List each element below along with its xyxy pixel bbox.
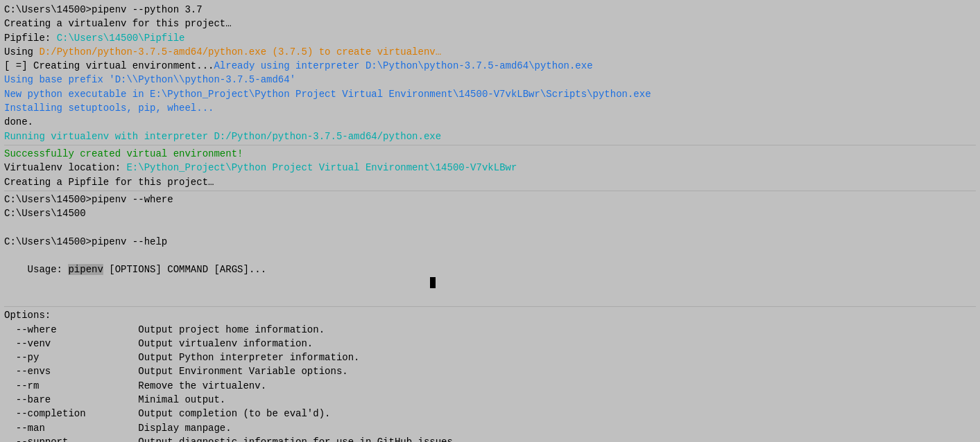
- cursor: [430, 277, 436, 288]
- done-line: done.: [4, 115, 976, 129]
- opt-venv: --venv Output virtualenv information.: [4, 337, 976, 351]
- opt-py: --py Output Python interpreter informati…: [4, 351, 976, 364]
- where-output: C:\Users\14500: [4, 206, 976, 220]
- divider-1: [4, 145, 976, 145]
- terminal: C:\Users\14500>pipenv --python 3.7 Creat…: [0, 0, 980, 442]
- opt-support: --support Output diagnostic information …: [4, 435, 976, 442]
- new-python-exec-line: New python executable in E:\Python_Proje…: [4, 87, 976, 101]
- virtualenv-location-line: Virtualenv location: E:\Python_Project\P…: [4, 161, 976, 175]
- success-line: Successfully created virtual environment…: [4, 147, 976, 161]
- opt-man: --man Display manpage.: [4, 421, 976, 435]
- creating-virtualenv: Creating a virtualenv for this project…: [4, 17, 976, 30]
- cmd-line-1: C:\Users\14500>pipenv --python 3.7: [4, 3, 976, 17]
- opt-envs: --envs Output Environment Variable optio…: [4, 364, 976, 378]
- base-prefix-line: Using base prefix 'D:\\Python\\python-3.…: [4, 73, 976, 87]
- usage-line: Usage: pipenv [OPTIONS] COMMAND [ARGS]..…: [4, 249, 976, 305]
- installing-line: Installing setuptools, pip, wheel...: [4, 101, 976, 115]
- divider-3: [4, 306, 976, 307]
- opt-bare: --bare Minimal output.: [4, 393, 976, 407]
- opt-rm: --rm Remove the virtualenv.: [4, 379, 976, 393]
- opt-where: --where Output project home information.: [4, 323, 976, 337]
- divider-2: [4, 191, 976, 191]
- creating-venv-line: [ =] Creating virtual environment...Alre…: [4, 59, 976, 73]
- pipfile-line: Pipfile: C:\Users\14500\Pipfile: [4, 31, 976, 45]
- options-header: Options:: [4, 308, 976, 322]
- cmd-line-where: C:\Users\14500>pipenv --where: [4, 193, 976, 206]
- cmd-line-help: C:\Users\14500>pipenv --help: [4, 235, 976, 249]
- empty-line: [4, 220, 976, 234]
- running-virtualenv-line: Running virtualenv with interpreter D:/P…: [4, 130, 976, 143]
- using-python-line: Using D:/Python/python-3.7.5-amd64/pytho…: [4, 45, 976, 59]
- creating-pipfile-line: Creating a Pipfile for this project…: [4, 175, 976, 189]
- opt-completion: --completion Output completion (to be ev…: [4, 407, 976, 421]
